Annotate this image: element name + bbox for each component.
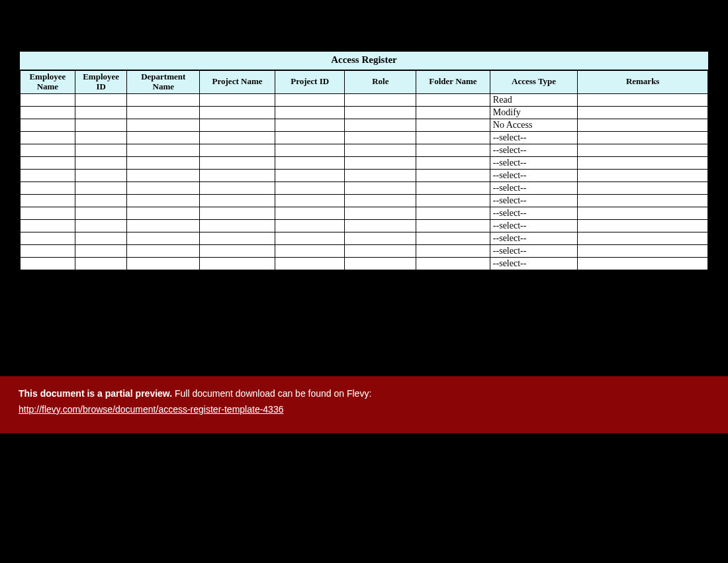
cell[interactable] [578,181,708,194]
cell[interactable] [416,119,490,131]
cell[interactable] [200,144,275,156]
access-type-cell[interactable]: --select-- [490,207,577,219]
cell[interactable] [127,207,200,219]
cell[interactable] [578,257,708,270]
cell[interactable] [345,244,416,257]
cell[interactable] [275,156,345,169]
cell[interactable] [416,131,490,144]
cell[interactable] [275,219,345,232]
cell[interactable] [200,232,275,244]
access-type-cell[interactable]: --select-- [490,169,577,181]
cell[interactable] [275,119,345,131]
cell[interactable] [345,93,416,106]
access-type-cell[interactable]: No Access [490,119,577,131]
cell[interactable] [127,257,200,270]
cell[interactable] [75,194,127,207]
cell[interactable] [200,93,275,106]
cell[interactable] [127,244,200,257]
cell[interactable] [200,207,275,219]
cell[interactable] [21,244,75,257]
cell[interactable] [345,144,416,156]
access-type-cell[interactable]: --select-- [490,131,577,144]
cell[interactable] [275,131,345,144]
cell[interactable] [127,219,200,232]
banner-link[interactable]: http://flevy.com/browse/document/access-… [19,404,283,415]
cell[interactable] [275,93,345,106]
cell[interactable] [275,232,345,244]
cell[interactable] [75,232,127,244]
cell[interactable] [200,244,275,257]
cell[interactable] [21,93,75,106]
cell[interactable] [21,131,75,144]
cell[interactable] [127,232,200,244]
cell[interactable] [578,156,708,169]
access-type-cell[interactable]: --select-- [490,156,577,169]
access-type-cell[interactable]: --select-- [490,144,577,156]
cell[interactable] [75,257,127,270]
cell[interactable] [75,93,127,106]
cell[interactable] [21,257,75,270]
cell[interactable] [75,119,127,131]
cell[interactable] [21,106,75,119]
cell[interactable] [416,219,490,232]
cell[interactable] [578,144,708,156]
access-type-cell[interactable]: --select-- [490,219,577,232]
cell[interactable] [345,257,416,270]
cell[interactable] [578,93,708,106]
cell[interactable] [200,131,275,144]
cell[interactable] [200,194,275,207]
cell[interactable] [345,194,416,207]
cell[interactable] [345,119,416,131]
cell[interactable] [345,106,416,119]
cell[interactable] [275,207,345,219]
cell[interactable] [578,119,708,131]
cell[interactable] [200,169,275,181]
access-type-cell[interactable]: Modify [490,106,577,119]
cell[interactable] [416,207,490,219]
cell[interactable] [345,131,416,144]
cell[interactable] [416,232,490,244]
cell[interactable] [21,156,75,169]
cell[interactable] [578,194,708,207]
cell[interactable] [275,194,345,207]
cell[interactable] [416,194,490,207]
cell[interactable] [416,106,490,119]
cell[interactable] [275,106,345,119]
access-type-cell[interactable]: --select-- [490,181,577,194]
cell[interactable] [200,119,275,131]
access-type-cell[interactable]: --select-- [490,257,577,270]
cell[interactable] [416,244,490,257]
cell[interactable] [75,156,127,169]
cell[interactable] [127,194,200,207]
cell[interactable] [21,232,75,244]
cell[interactable] [75,131,127,144]
cell[interactable] [416,169,490,181]
cell[interactable] [127,106,200,119]
access-type-cell[interactable]: --select-- [490,194,577,207]
cell[interactable] [75,106,127,119]
cell[interactable] [75,181,127,194]
cell[interactable] [275,144,345,156]
cell[interactable] [21,169,75,181]
cell[interactable] [345,169,416,181]
cell[interactable] [416,257,490,270]
cell[interactable] [416,93,490,106]
cell[interactable] [345,207,416,219]
cell[interactable] [200,156,275,169]
cell[interactable] [578,131,708,144]
cell[interactable] [127,181,200,194]
cell[interactable] [275,257,345,270]
cell[interactable] [200,181,275,194]
cell[interactable] [416,144,490,156]
cell[interactable] [416,156,490,169]
cell[interactable] [345,232,416,244]
cell[interactable] [127,144,200,156]
cell[interactable] [275,181,345,194]
cell[interactable] [75,144,127,156]
cell[interactable] [21,207,75,219]
cell[interactable] [578,106,708,119]
access-type-cell[interactable]: --select-- [490,244,577,257]
cell[interactable] [127,93,200,106]
cell[interactable] [275,244,345,257]
cell[interactable] [345,181,416,194]
